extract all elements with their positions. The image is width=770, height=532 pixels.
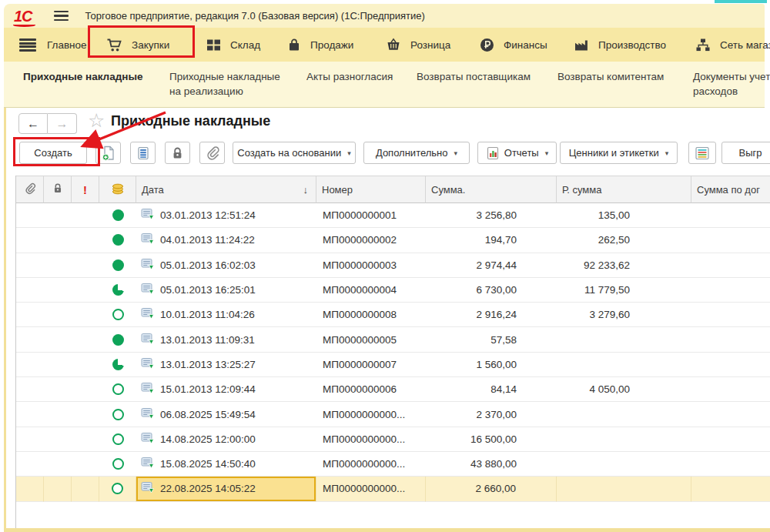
cell-r-sum[interactable] [557,327,691,352]
cell-important[interactable] [72,203,99,228]
cell-contract-sum[interactable] [691,427,770,452]
cell-r-sum[interactable]: 4 050,00 [557,377,691,402]
cell-date[interactable]: 05.01.2013 16:02:03 [136,253,316,278]
cell-lock[interactable] [44,452,72,477]
cell-r-sum[interactable] [557,477,691,501]
reports-button[interactable]: Отчеты▾ [477,142,557,164]
cell-lock[interactable] [44,353,72,377]
cell-r-sum[interactable] [557,427,691,452]
export-button[interactable]: Выгр [721,142,770,164]
cell-date[interactable]: 05.01.2013 16:25:01 [136,278,316,303]
cell-contract-sum[interactable] [691,203,770,228]
table-row[interactable]: 04.01.2013 11:24:22МП0000000002194,70262… [16,228,770,253]
cell-attach[interactable] [16,477,44,501]
table-row[interactable]: 13.01.2013 13:25:27МП00000000071 560,00 [16,353,770,377]
cell-sum[interactable]: 2 370,00 [426,402,557,427]
cell-r-sum[interactable]: 3 279,60 [557,303,691,327]
table-row[interactable]: 05.01.2013 16:25:01МП00000000046 730,001… [16,278,770,303]
cell-status[interactable] [99,427,136,452]
cell-date[interactable]: 13.01.2013 13:25:27 [136,353,316,377]
cell-important[interactable] [72,402,99,427]
cell-contract-sum[interactable] [691,452,770,477]
lock-button[interactable] [165,142,190,164]
favorite-star-icon[interactable]: ☆ [88,109,105,132]
cell-number[interactable]: МП0000000003 [316,253,426,278]
menu-item-chain[interactable]: Сеть магазинов [695,28,770,62]
cell-important[interactable] [72,377,99,402]
cell-contract-sum[interactable] [691,228,770,253]
table-row[interactable]: 13.01.2013 11:09:31МП000000000557,58 [16,327,770,352]
cell-status[interactable] [99,353,136,377]
cell-r-sum[interactable]: 11 779,50 [557,278,691,303]
cell-sum[interactable]: 2 660,00 [426,477,557,501]
cell-attach[interactable] [16,353,44,377]
cell-contract-sum[interactable] [691,402,770,427]
cell-status[interactable] [99,253,136,278]
column-sum[interactable]: Сумма. [426,176,557,203]
cell-important[interactable] [72,253,99,278]
cell-number[interactable]: МП0000000004 [316,278,426,303]
cell-important[interactable] [72,327,99,352]
cell-attach[interactable] [16,377,44,402]
cell-status[interactable] [99,303,136,327]
cell-sum[interactable]: 57,58 [426,327,557,352]
cell-important[interactable] [72,427,99,452]
price-tags-button[interactable]: Ценники и этикетки▾ [560,142,678,164]
column-r-sum[interactable]: Р. сумма [557,176,691,203]
subnav-item-incoming-invoices[interactable]: Приходные накладные [23,70,142,85]
cell-sum[interactable]: 194,70 [426,228,557,253]
cell-contract-sum[interactable] [691,327,770,352]
table-row[interactable]: 10.01.2013 11:04:26МП00000000082 916,243… [16,303,770,327]
subnav-item-incoming-invoices-sale[interactable]: Приходные накладные на реализацию [169,70,289,99]
cell-date[interactable]: 15.08.2025 14:50:40 [136,452,316,477]
column-important[interactable]: ! [72,176,99,203]
menu-item-warehouse[interactable]: Склад [206,28,260,62]
cell-contract-sum[interactable] [691,278,770,303]
main-menu-icon[interactable] [54,11,69,21]
cell-sum[interactable]: 16 500,00 [426,427,557,452]
cell-important[interactable] [72,228,99,253]
cell-number[interactable]: МП0000000001 [316,203,426,228]
table-row[interactable]: 14.08.2025 12:00:00МП0000000000...16 500… [16,427,770,452]
cell-sum[interactable]: 2 974,44 [426,253,557,278]
cell-sum[interactable]: 3 256,80 [426,203,557,228]
cell-date[interactable]: 13.01.2013 11:09:31 [136,327,316,352]
cell-status[interactable] [99,402,136,427]
forward-button[interactable]: → [48,113,77,134]
cell-lock[interactable] [44,377,72,402]
cell-attach[interactable] [16,303,44,327]
cell-r-sum[interactable]: 135,00 [557,203,691,228]
cell-status[interactable] [99,327,136,352]
cell-attach[interactable] [16,327,44,352]
cell-date[interactable]: 14.08.2025 12:00:00 [136,427,316,452]
attachments-button[interactable] [199,142,225,164]
cell-sum[interactable]: 6 730,00 [426,278,557,303]
cell-status[interactable] [99,477,136,501]
cell-date[interactable]: 10.01.2013 11:04:26 [136,303,316,327]
subnav-item-discrepancy-acts[interactable]: Акты разногласия [306,70,393,85]
subnav-item-returns-to-suppliers[interactable]: Возвраты поставщикам [417,70,531,85]
subnav-item-expense-accounting-docs[interactable]: Документы учета расходов [693,70,770,99]
cell-lock[interactable] [44,278,72,303]
back-button[interactable]: ← [18,113,48,134]
cell-date[interactable]: 22.08.2025 14:05:22 [136,477,316,501]
table-row[interactable]: 15.01.2013 12:09:44МП000000000684,144 05… [16,377,770,402]
cell-lock[interactable] [44,203,72,228]
cell-date[interactable]: 03.01.2013 12:51:24 [136,203,316,228]
menu-item-production[interactable]: Производство [574,28,666,62]
cell-lock[interactable] [44,228,72,253]
cell-contract-sum[interactable] [691,353,770,377]
cell-number[interactable]: МП0000000006 [316,377,426,402]
cell-r-sum[interactable]: 92 233,62 [557,253,691,278]
cell-attach[interactable] [16,452,44,477]
cell-sum[interactable]: 43 880,00 [426,452,557,477]
table-row[interactable]: 05.01.2013 16:02:03МП00000000032 974,449… [16,253,770,278]
cell-number[interactable]: МП0000000000... [316,452,426,477]
cell-attach[interactable] [16,203,44,228]
cell-date[interactable]: 04.01.2013 11:24:22 [136,228,316,253]
cell-contract-sum[interactable] [691,303,770,327]
cell-important[interactable] [72,353,99,377]
table-row[interactable]: 15.08.2025 14:50:40МП0000000000...43 880… [16,452,770,477]
cell-sum[interactable]: 2 916,24 [426,303,557,327]
create-based-on-button[interactable]: Создать на основании▾ [233,142,356,164]
